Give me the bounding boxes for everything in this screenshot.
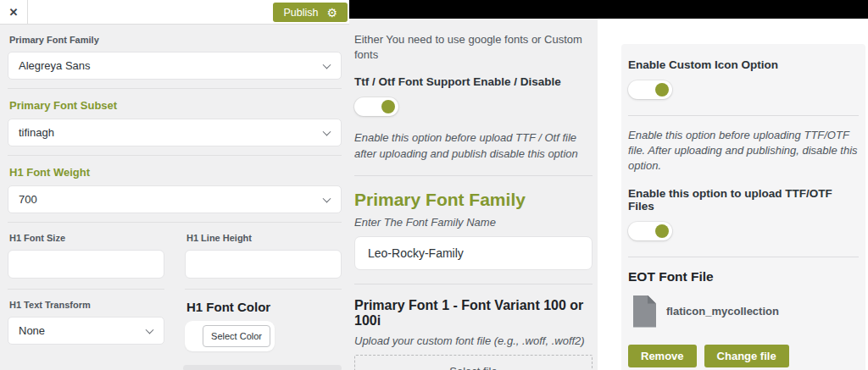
transform-color-row: H1 Text Transform None H1 Font Color Sel…: [8, 290, 342, 362]
custom-icon-panel: Enable Custom Icon Option Enable this op…: [621, 44, 865, 370]
primary-font-subset-value: tifinagh: [19, 126, 54, 139]
chevron-down-icon: [323, 60, 331, 69]
field-h1-font-weight: H1 Font Weight 700: [8, 156, 342, 223]
primary-font-subset-label: Primary Font Subset: [9, 99, 342, 112]
upload-ttf-label: Enable this option to upload TTF/OTF Fil…: [628, 187, 859, 213]
uploaded-file-row: flaticon_mycollection: [633, 295, 859, 328]
file-fold-corner: [648, 295, 656, 304]
close-icon[interactable]: ✕: [0, 0, 28, 24]
font-family-hint: Enter The Font Family Name: [354, 216, 593, 229]
h1-font-color-label: H1 Font Color: [186, 300, 342, 314]
h1-font-size-label: H1 Font Size: [9, 233, 164, 243]
primary-font-family-value: Alegreya Sans: [19, 59, 91, 72]
uploaded-file-name: flaticon_mycollection: [666, 305, 779, 318]
next-control-peek: [183, 365, 342, 370]
change-file-button[interactable]: Change file: [704, 345, 789, 367]
font-settings-screen: ✕ Publish ⚙ Primary Font Family Alegreya…: [0, 0, 868, 370]
field-h1-font-color: H1 Font Color Select Color: [185, 290, 342, 362]
h1-text-transform-label: H1 Text Transform: [9, 300, 164, 310]
top-black-bar: [349, 0, 868, 19]
primary-font-family-select[interactable]: Alegreya Sans: [8, 52, 342, 80]
toggle-knob: [655, 224, 669, 238]
customizer-body: Primary Font Family Alegreya Sans Primar…: [0, 25, 349, 362]
h1-text-transform-select[interactable]: None: [8, 317, 164, 345]
font-variant-hint: Upload your custom font file (e.g., .wof…: [354, 334, 593, 347]
chevron-down-icon: [323, 194, 331, 202]
font-variant-heading: Primary Font 1 - Font Variant 100 or 100…: [354, 298, 593, 329]
field-h1-text-transform: H1 Text Transform None: [8, 290, 164, 362]
field-h1-line-height: H1 Line Height: [185, 223, 342, 290]
upload-ttf-toggle[interactable]: [628, 222, 672, 240]
h1-line-height-label: H1 Line Height: [186, 233, 342, 243]
toggle-knob: [381, 100, 395, 113]
h1-text-transform-value: None: [19, 324, 45, 337]
field-primary-font-family: Primary Font Family Alegreya Sans: [8, 25, 342, 89]
select-file-button[interactable]: Select file: [354, 355, 593, 370]
remove-file-button[interactable]: Remove: [628, 345, 697, 367]
file-actions-row: Remove Change file: [628, 345, 859, 367]
h1-line-height-input[interactable]: [185, 250, 342, 279]
h1-font-size-input[interactable]: [8, 250, 164, 279]
h1-font-weight-value: 700: [19, 193, 37, 206]
chevron-down-icon: [146, 325, 154, 334]
eot-font-file-heading: EOT Font File: [628, 269, 859, 284]
field-h1-font-size: H1 Font Size: [8, 223, 164, 290]
divider: [628, 115, 859, 116]
ttf-support-note: Enable this option before upload TTF / O…: [354, 130, 593, 161]
file-document-icon: [633, 295, 656, 328]
field-primary-font-subset: Primary Font Subset tifinagh: [8, 89, 342, 156]
chevron-down-icon: [323, 127, 331, 135]
ttf-support-label: Ttf / Otf Font Support Enable / Disable: [354, 75, 593, 88]
customizer-sidebar: ✕ Publish ⚙ Primary Font Family Alegreya…: [0, 0, 349, 370]
ttf-support-toggle[interactable]: [354, 97, 398, 116]
primary-font-family-label: Primary Font Family: [9, 35, 342, 45]
font-family-name-input[interactable]: [354, 236, 593, 270]
publish-button[interactable]: Publish ⚙: [273, 3, 348, 22]
divider: [354, 284, 593, 284]
gear-icon[interactable]: ⚙: [326, 7, 337, 19]
divider: [628, 257, 859, 257]
publish-label: Publish: [283, 7, 318, 19]
primary-font-family-heading: Primary Font Family: [354, 190, 593, 210]
custom-icon-toggle[interactable]: [628, 80, 672, 99]
color-picker-container: Select Color: [185, 321, 275, 351]
custom-fonts-panel: Either You need to use google fonts or C…: [349, 19, 598, 370]
fonts-intro-text: Either You need to use google fonts or C…: [354, 32, 593, 63]
h1-font-weight-label: H1 Font Weight: [9, 166, 342, 179]
h1-font-weight-select[interactable]: 700: [8, 185, 342, 213]
divider: [354, 175, 593, 176]
custom-icon-option-label: Enable Custom Icon Option: [628, 58, 859, 71]
select-color-button[interactable]: Select Color: [203, 325, 270, 347]
custom-icon-note: Enable this option before uploading TTF/…: [628, 128, 859, 174]
size-lineheight-row: H1 Font Size H1 Line Height: [8, 223, 342, 290]
customizer-header: ✕ Publish ⚙: [0, 0, 349, 25]
primary-font-subset-select[interactable]: tifinagh: [8, 119, 342, 146]
toggle-knob: [655, 83, 669, 97]
